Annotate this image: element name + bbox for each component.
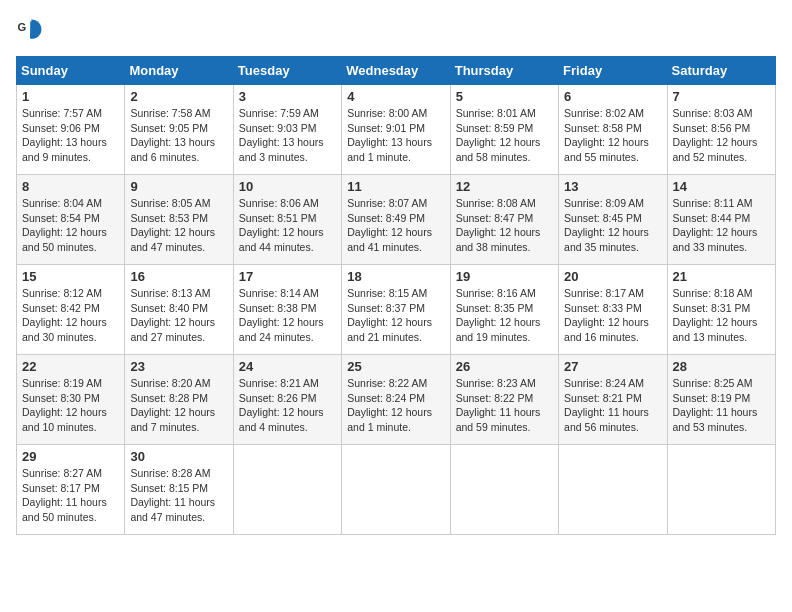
day-number: 25 [347, 359, 444, 374]
calendar-cell [667, 445, 775, 535]
calendar-cell: 1 Sunrise: 7:57 AMSunset: 9:06 PMDayligh… [17, 85, 125, 175]
day-detail: Sunrise: 8:25 AMSunset: 8:19 PMDaylight:… [673, 377, 758, 433]
calendar-cell [559, 445, 667, 535]
day-number: 3 [239, 89, 336, 104]
day-number: 21 [673, 269, 770, 284]
day-number: 2 [130, 89, 227, 104]
day-detail: Sunrise: 8:17 AMSunset: 8:33 PMDaylight:… [564, 287, 649, 343]
day-detail: Sunrise: 8:00 AMSunset: 9:01 PMDaylight:… [347, 107, 432, 163]
weekday-header-saturday: Saturday [667, 57, 775, 85]
day-number: 18 [347, 269, 444, 284]
day-number: 29 [22, 449, 119, 464]
calendar-week-row: 15 Sunrise: 8:12 AMSunset: 8:42 PMDaylig… [17, 265, 776, 355]
day-number: 11 [347, 179, 444, 194]
day-number: 10 [239, 179, 336, 194]
svg-text:G: G [17, 21, 26, 33]
calendar-week-row: 8 Sunrise: 8:04 AMSunset: 8:54 PMDayligh… [17, 175, 776, 265]
day-number: 22 [22, 359, 119, 374]
calendar-cell: 6 Sunrise: 8:02 AMSunset: 8:58 PMDayligh… [559, 85, 667, 175]
day-detail: Sunrise: 8:04 AMSunset: 8:54 PMDaylight:… [22, 197, 107, 253]
calendar-cell: 27 Sunrise: 8:24 AMSunset: 8:21 PMDaylig… [559, 355, 667, 445]
day-number: 16 [130, 269, 227, 284]
day-number: 7 [673, 89, 770, 104]
calendar-cell: 18 Sunrise: 8:15 AMSunset: 8:37 PMDaylig… [342, 265, 450, 355]
day-detail: Sunrise: 8:20 AMSunset: 8:28 PMDaylight:… [130, 377, 215, 433]
calendar-cell: 25 Sunrise: 8:22 AMSunset: 8:24 PMDaylig… [342, 355, 450, 445]
day-detail: Sunrise: 8:16 AMSunset: 8:35 PMDaylight:… [456, 287, 541, 343]
weekday-header-thursday: Thursday [450, 57, 558, 85]
calendar-cell: 20 Sunrise: 8:17 AMSunset: 8:33 PMDaylig… [559, 265, 667, 355]
day-number: 12 [456, 179, 553, 194]
calendar-header-row: SundayMondayTuesdayWednesdayThursdayFrid… [17, 57, 776, 85]
day-detail: Sunrise: 8:28 AMSunset: 8:15 PMDaylight:… [130, 467, 215, 523]
day-number: 30 [130, 449, 227, 464]
day-number: 13 [564, 179, 661, 194]
calendar-week-row: 22 Sunrise: 8:19 AMSunset: 8:30 PMDaylig… [17, 355, 776, 445]
weekday-header-wednesday: Wednesday [342, 57, 450, 85]
day-detail: Sunrise: 8:05 AMSunset: 8:53 PMDaylight:… [130, 197, 215, 253]
day-detail: Sunrise: 7:59 AMSunset: 9:03 PMDaylight:… [239, 107, 324, 163]
day-detail: Sunrise: 8:21 AMSunset: 8:26 PMDaylight:… [239, 377, 324, 433]
day-detail: Sunrise: 7:57 AMSunset: 9:06 PMDaylight:… [22, 107, 107, 163]
calendar-cell [233, 445, 341, 535]
calendar-week-row: 29 Sunrise: 8:27 AMSunset: 8:17 PMDaylig… [17, 445, 776, 535]
day-number: 27 [564, 359, 661, 374]
weekday-header-sunday: Sunday [17, 57, 125, 85]
calendar-cell: 2 Sunrise: 7:58 AMSunset: 9:05 PMDayligh… [125, 85, 233, 175]
day-number: 28 [673, 359, 770, 374]
day-number: 6 [564, 89, 661, 104]
calendar-cell: 17 Sunrise: 8:14 AMSunset: 8:38 PMDaylig… [233, 265, 341, 355]
calendar-cell: 15 Sunrise: 8:12 AMSunset: 8:42 PMDaylig… [17, 265, 125, 355]
day-number: 9 [130, 179, 227, 194]
day-detail: Sunrise: 8:19 AMSunset: 8:30 PMDaylight:… [22, 377, 107, 433]
logo: G [16, 16, 48, 44]
calendar-cell [342, 445, 450, 535]
day-detail: Sunrise: 8:06 AMSunset: 8:51 PMDaylight:… [239, 197, 324, 253]
day-number: 5 [456, 89, 553, 104]
day-number: 8 [22, 179, 119, 194]
day-detail: Sunrise: 8:15 AMSunset: 8:37 PMDaylight:… [347, 287, 432, 343]
day-number: 1 [22, 89, 119, 104]
day-detail: Sunrise: 8:08 AMSunset: 8:47 PMDaylight:… [456, 197, 541, 253]
day-number: 14 [673, 179, 770, 194]
calendar-body: 1 Sunrise: 7:57 AMSunset: 9:06 PMDayligh… [17, 85, 776, 535]
page-header: G [16, 16, 776, 44]
calendar-cell: 24 Sunrise: 8:21 AMSunset: 8:26 PMDaylig… [233, 355, 341, 445]
day-number: 26 [456, 359, 553, 374]
calendar-cell: 26 Sunrise: 8:23 AMSunset: 8:22 PMDaylig… [450, 355, 558, 445]
day-detail: Sunrise: 8:13 AMSunset: 8:40 PMDaylight:… [130, 287, 215, 343]
weekday-header-monday: Monday [125, 57, 233, 85]
calendar-cell: 30 Sunrise: 8:28 AMSunset: 8:15 PMDaylig… [125, 445, 233, 535]
calendar-cell: 8 Sunrise: 8:04 AMSunset: 8:54 PMDayligh… [17, 175, 125, 265]
calendar-cell: 29 Sunrise: 8:27 AMSunset: 8:17 PMDaylig… [17, 445, 125, 535]
calendar-cell: 19 Sunrise: 8:16 AMSunset: 8:35 PMDaylig… [450, 265, 558, 355]
day-number: 19 [456, 269, 553, 284]
calendar-cell: 3 Sunrise: 7:59 AMSunset: 9:03 PMDayligh… [233, 85, 341, 175]
calendar-cell: 9 Sunrise: 8:05 AMSunset: 8:53 PMDayligh… [125, 175, 233, 265]
day-detail: Sunrise: 8:03 AMSunset: 8:56 PMDaylight:… [673, 107, 758, 163]
calendar-cell: 13 Sunrise: 8:09 AMSunset: 8:45 PMDaylig… [559, 175, 667, 265]
calendar-cell: 22 Sunrise: 8:19 AMSunset: 8:30 PMDaylig… [17, 355, 125, 445]
calendar-cell: 23 Sunrise: 8:20 AMSunset: 8:28 PMDaylig… [125, 355, 233, 445]
calendar-cell: 21 Sunrise: 8:18 AMSunset: 8:31 PMDaylig… [667, 265, 775, 355]
day-number: 24 [239, 359, 336, 374]
calendar-cell: 28 Sunrise: 8:25 AMSunset: 8:19 PMDaylig… [667, 355, 775, 445]
day-detail: Sunrise: 8:22 AMSunset: 8:24 PMDaylight:… [347, 377, 432, 433]
calendar-cell: 7 Sunrise: 8:03 AMSunset: 8:56 PMDayligh… [667, 85, 775, 175]
day-number: 15 [22, 269, 119, 284]
day-detail: Sunrise: 8:12 AMSunset: 8:42 PMDaylight:… [22, 287, 107, 343]
day-detail: Sunrise: 8:18 AMSunset: 8:31 PMDaylight:… [673, 287, 758, 343]
day-number: 17 [239, 269, 336, 284]
day-detail: Sunrise: 8:01 AMSunset: 8:59 PMDaylight:… [456, 107, 541, 163]
day-detail: Sunrise: 7:58 AMSunset: 9:05 PMDaylight:… [130, 107, 215, 163]
day-number: 4 [347, 89, 444, 104]
day-detail: Sunrise: 8:27 AMSunset: 8:17 PMDaylight:… [22, 467, 107, 523]
calendar-cell: 14 Sunrise: 8:11 AMSunset: 8:44 PMDaylig… [667, 175, 775, 265]
logo-icon: G [16, 16, 44, 44]
calendar-cell: 16 Sunrise: 8:13 AMSunset: 8:40 PMDaylig… [125, 265, 233, 355]
calendar-cell: 11 Sunrise: 8:07 AMSunset: 8:49 PMDaylig… [342, 175, 450, 265]
day-number: 20 [564, 269, 661, 284]
calendar-cell: 12 Sunrise: 8:08 AMSunset: 8:47 PMDaylig… [450, 175, 558, 265]
day-detail: Sunrise: 8:02 AMSunset: 8:58 PMDaylight:… [564, 107, 649, 163]
day-detail: Sunrise: 8:14 AMSunset: 8:38 PMDaylight:… [239, 287, 324, 343]
